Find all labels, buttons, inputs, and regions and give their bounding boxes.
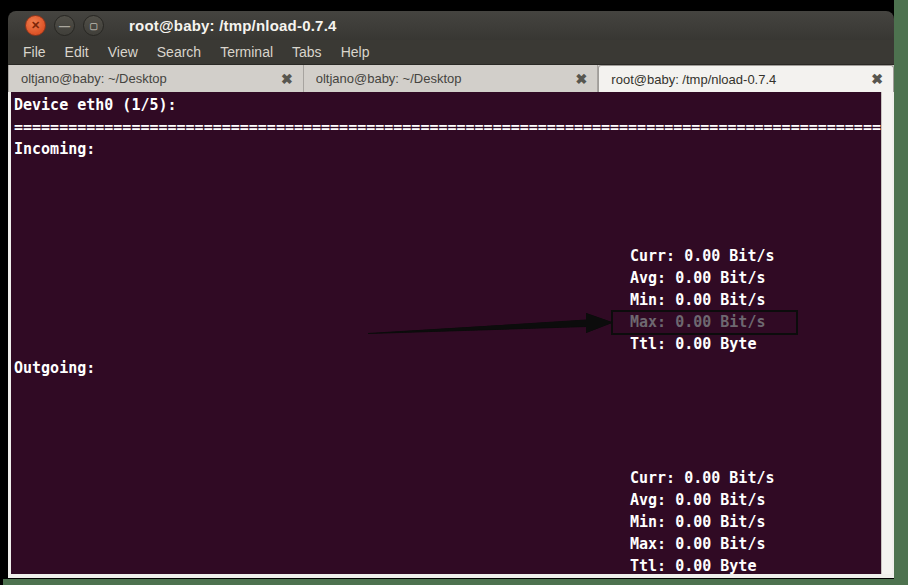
tab-close-icon[interactable]: ✖ bbox=[576, 72, 588, 86]
outgoing-stat-ttl: Ttl: 0.00 Byte bbox=[630, 556, 756, 574]
menu-edit[interactable]: Edit bbox=[65, 44, 89, 60]
terminal-frame: Device eth0 (1/5): =====================… bbox=[8, 92, 894, 578]
menu-search[interactable]: Search bbox=[157, 44, 201, 60]
tab-close-icon[interactable]: ✖ bbox=[281, 72, 293, 86]
menu-help[interactable]: Help bbox=[341, 44, 370, 60]
tab-close-icon[interactable]: ✖ bbox=[871, 72, 883, 86]
outgoing-stat-avg: Avg: 0.00 Bit/s bbox=[630, 490, 765, 510]
nload-device-header: Device eth0 (1/5): bbox=[14, 95, 177, 115]
nload-separator: ========================================… bbox=[14, 117, 881, 137]
terminal-window: ✕ — ▢ root@baby: /tmp/nload-0.7.4 File E… bbox=[8, 11, 894, 578]
menu-tabs[interactable]: Tabs bbox=[292, 44, 322, 60]
tab-label: oltjano@baby: ~/Desktop bbox=[21, 71, 275, 86]
tab-desktop-2[interactable]: oltjano@baby: ~/Desktop ✖ bbox=[304, 65, 599, 92]
annotation-highlight-box bbox=[611, 310, 798, 335]
screenshot-root: ✕ — ▢ root@baby: /tmp/nload-0.7.4 File E… bbox=[0, 0, 908, 585]
tab-nload-active[interactable]: root@baby: /tmp/nload-0.7.4 ✖ bbox=[598, 65, 894, 92]
tab-label: oltjano@baby: ~/Desktop bbox=[316, 71, 570, 86]
menu-file[interactable]: File bbox=[23, 44, 46, 60]
terminal-screen[interactable]: Device eth0 (1/5): =====================… bbox=[11, 92, 882, 574]
desktop-background-edge bbox=[3, 579, 908, 585]
tab-desktop-1[interactable]: oltjano@baby: ~/Desktop ✖ bbox=[8, 65, 304, 92]
minimize-window-button[interactable]: — bbox=[54, 15, 75, 36]
menu-terminal[interactable]: Terminal bbox=[220, 44, 273, 60]
window-controls: ✕ — ▢ bbox=[25, 15, 104, 36]
titlebar[interactable]: ✕ — ▢ root@baby: /tmp/nload-0.7.4 bbox=[8, 11, 894, 40]
outgoing-stat-min: Min: 0.00 Bit/s bbox=[630, 512, 765, 532]
maximize-window-button[interactable]: ▢ bbox=[83, 15, 104, 36]
outgoing-stat-max: Max: 0.00 Bit/s bbox=[630, 534, 765, 554]
incoming-section-label: Incoming: bbox=[14, 139, 95, 159]
outgoing-section-label: Outgoing: bbox=[14, 358, 95, 378]
desktop-background-edge bbox=[894, 0, 908, 585]
incoming-stat-min: Min: 0.00 Bit/s bbox=[630, 290, 765, 310]
incoming-stat-avg: Avg: 0.00 Bit/s bbox=[630, 268, 765, 288]
menubar: File Edit View Search Terminal Tabs Help bbox=[8, 40, 894, 64]
window-title: root@baby: /tmp/nload-0.7.4 bbox=[129, 17, 337, 34]
outgoing-stat-curr: Curr: 0.00 Bit/s bbox=[630, 468, 775, 488]
close-window-button[interactable]: ✕ bbox=[25, 15, 46, 36]
tab-label: root@baby: /tmp/nload-0.7.4 bbox=[611, 72, 865, 87]
terminal-scrollbar[interactable] bbox=[881, 92, 892, 574]
tab-bar: oltjano@baby: ~/Desktop ✖ oltjano@baby: … bbox=[8, 64, 894, 92]
menu-view[interactable]: View bbox=[108, 44, 138, 60]
incoming-stat-curr: Curr: 0.00 Bit/s bbox=[630, 246, 775, 266]
incoming-stat-ttl: Ttl: 0.00 Byte bbox=[630, 334, 756, 354]
annotation-arrow-icon bbox=[366, 302, 616, 337]
